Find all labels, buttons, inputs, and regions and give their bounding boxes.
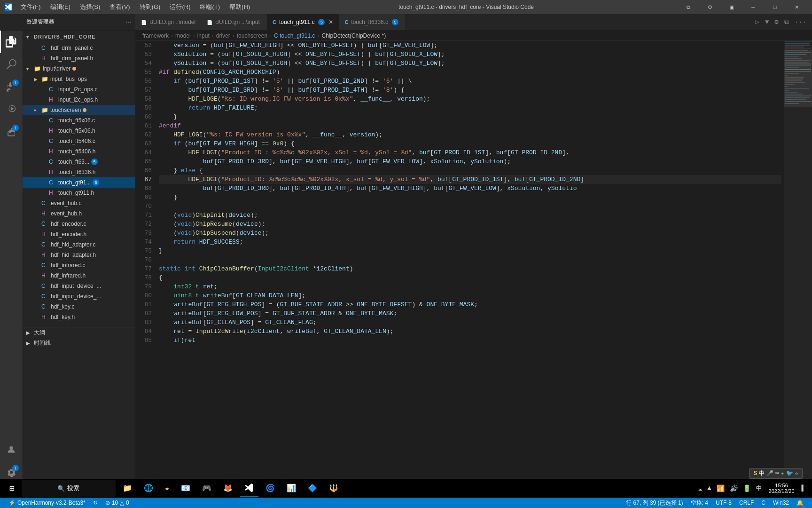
activity-explorer[interactable]: [0, 31, 23, 53]
tree-hdf-hid-adapter-c[interactable]: C hdf_hid_adapter.c: [23, 239, 135, 250]
more-btn[interactable]: ···: [793, 17, 808, 27]
tree-hdf-encoder-h[interactable]: H hdf_encoder.h: [23, 229, 135, 239]
taskbar-explorer[interactable]: 📁: [118, 480, 137, 497]
tab-touch-gt911[interactable]: C touch_gt911.c 5 ✕: [267, 14, 339, 30]
code-editor[interactable]: 52 53 54 55 56 57 58 59 60 61 62 63 64 6…: [135, 41, 812, 484]
tree-hdf-key-c[interactable]: C hdf_key.c: [23, 302, 135, 312]
taskbar-app2[interactable]: 📧: [176, 480, 195, 497]
tree-input-bus-ops[interactable]: ▶ 📁 input_bus_ops: [23, 74, 135, 84]
start-btn[interactable]: ⊞: [5, 480, 19, 497]
ime-mic[interactable]: 🎤: [766, 470, 773, 477]
taskbar-app6[interactable]: 🔷: [303, 480, 322, 497]
menu-select[interactable]: 选择(S): [75, 1, 105, 13]
statusbar-sync[interactable]: ↻: [89, 498, 102, 508]
statusbar-notifications[interactable]: 🔔: [793, 498, 807, 508]
explorer-menu-btn[interactable]: ···: [126, 19, 132, 25]
ime-keyboard[interactable]: ⌨: [775, 470, 779, 477]
settings-btn[interactable]: ⚙: [699, 0, 721, 14]
search-btn[interactable]: 🔍 搜索: [22, 480, 116, 497]
tray-show-desktop[interactable]: ▌: [800, 484, 807, 492]
taskbar-browser1[interactable]: 🌐: [139, 480, 158, 497]
statusbar-platform[interactable]: Win32: [769, 498, 793, 508]
taskbar-app1[interactable]: ★: [160, 480, 174, 497]
statusbar-indent[interactable]: 空格: 4: [687, 498, 712, 508]
menu-view[interactable]: 查看(V): [105, 1, 134, 13]
menu-help[interactable]: 帮助(H): [225, 1, 255, 13]
tray-weather[interactable]: ☁: [696, 484, 704, 492]
tree-hdf-infrared-h[interactable]: H hdf_infrared.h: [23, 270, 135, 281]
statusbar-encoding[interactable]: UTF-8: [712, 498, 735, 508]
minimize-btn[interactable]: ─: [742, 0, 764, 14]
crumb-file[interactable]: C touch_gt911.c: [274, 32, 315, 39]
tree-hdf-input-device-2[interactable]: C hdf_input_device_...: [23, 291, 135, 302]
tree-root[interactable]: ▾ DRIVERS_HDF_CORE: [23, 31, 135, 43]
activity-extensions[interactable]: 1: [0, 121, 23, 143]
tree-touch-gt911-h[interactable]: H touch_gt911.h: [23, 188, 135, 198]
tray-up[interactable]: ▲: [705, 484, 713, 492]
ime-star[interactable]: ✦: [781, 470, 784, 477]
tray-ime[interactable]: 中: [754, 484, 764, 492]
split-view-btn[interactable]: ⧉: [782, 17, 791, 27]
crumb-framework[interactable]: framework: [142, 32, 169, 39]
activity-account[interactable]: [0, 438, 23, 461]
tree-input-i2c-ops-h[interactable]: H input_i2c_ops.h: [23, 95, 135, 105]
statusbar-eol[interactable]: CRLF: [735, 498, 757, 508]
crumb-driver[interactable]: driver: [216, 32, 230, 39]
tree-hdf-drm-panel-h[interactable]: H hdf_drm_panel.h: [23, 53, 135, 64]
activity-search[interactable]: [0, 53, 23, 76]
taskbar-app4[interactable]: 🦊: [219, 480, 237, 497]
statusbar-language[interactable]: C: [757, 498, 769, 508]
tree-touchscreen-folder[interactable]: ▾ 📁 touchscreen: [23, 105, 135, 115]
ime-star2[interactable]: ☆: [795, 470, 798, 477]
taskbar-app3[interactable]: 🎮: [197, 480, 216, 497]
taskbar-app7[interactable]: 🔱: [324, 480, 343, 497]
taskbar-chrome[interactable]: 🌀: [261, 480, 280, 497]
taskbar-app5[interactable]: 📊: [282, 480, 301, 497]
code-text[interactable]: version = (buf[GT_FW_VER_HIGH] << ONE_BY…: [156, 41, 784, 484]
close-btn[interactable]: ✕: [786, 0, 807, 14]
statusbar-position[interactable]: 行 67, 列 39 (已选择 1): [622, 498, 687, 508]
maximize-btn[interactable]: □: [764, 0, 786, 14]
tree-input-driver-folder[interactable]: ▾ 📁 input\driver: [23, 64, 135, 74]
run-btn[interactable]: ▷: [754, 17, 761, 27]
tree-touch-ft5406-h[interactable]: H touch_ft5406.h: [23, 146, 135, 157]
tree-input-i2c-ops-c[interactable]: C input_i2c_ops.c: [23, 84, 135, 95]
system-clock[interactable]: 15:56 2022/12/20: [765, 483, 798, 494]
ime-indicator[interactable]: S 中 🎤 ⌨ ✦ 🐦 ☆: [749, 468, 803, 479]
tree-timeline[interactable]: ▶ 时间线: [23, 338, 135, 348]
tree-touch-ft6336-h[interactable]: H touch_ft6336.h: [23, 167, 135, 177]
taskbar-vscode[interactable]: [240, 480, 258, 497]
tray-sound[interactable]: 🔊: [728, 484, 740, 492]
tree-hdf-key-h[interactable]: H hdf_key.h: [23, 312, 135, 322]
panel-layout-btn[interactable]: ▣: [721, 0, 742, 14]
activity-source-control[interactable]: 1: [0, 76, 23, 98]
tree-hdf-infrared-c[interactable]: C hdf_infrared.c: [23, 260, 135, 270]
tree-event-hub-c[interactable]: C event_hub.c: [23, 198, 135, 208]
tree-touch-gt911-c[interactable]: C touch_gt91... 5: [23, 177, 135, 188]
menu-goto[interactable]: 转到(G): [135, 1, 165, 13]
menu-edit[interactable]: 编辑(E): [46, 1, 75, 13]
crumb-input[interactable]: input: [197, 32, 210, 39]
menu-run[interactable]: 运行(R): [165, 1, 195, 13]
tree-event-hub-h[interactable]: H event_hub.h: [23, 208, 135, 219]
statusbar-errors[interactable]: ⊘ 10 △ 0: [102, 498, 133, 508]
activity-run-debug[interactable]: [0, 98, 23, 121]
tree-hdf-drm-panel-c[interactable]: C hdf_drm_panel.c: [23, 43, 135, 53]
tree-hdf-encoder-c[interactable]: C hdf_encoder.c: [23, 219, 135, 229]
tray-battery[interactable]: 🔋: [741, 484, 753, 492]
ime-bird[interactable]: 🐦: [786, 470, 793, 477]
crumb-model[interactable]: model: [175, 32, 191, 39]
tree-touch-ft5x06-h[interactable]: H touch_ft5x06.h: [23, 126, 135, 136]
tree-outline[interactable]: ▶ 大纲: [23, 327, 135, 338]
settings2-btn[interactable]: ⚙: [773, 17, 780, 27]
run-debug-btn[interactable]: ▼: [763, 17, 771, 27]
tab-build-gn-model[interactable]: 📄 BUILD.gn ..\model: [135, 14, 201, 30]
tab-build-gn-input[interactable]: 📄 BUILD.gn ...\input: [201, 14, 267, 30]
tab-close-btn[interactable]: ✕: [328, 19, 333, 25]
crumb-touchscreen[interactable]: touchscreen: [237, 32, 267, 39]
tree-hdf-input-device-1[interactable]: C hdf_input_device_...: [23, 281, 135, 291]
crumb-function[interactable]: ChipDetect(ChipDevice *): [322, 32, 386, 39]
menu-terminal[interactable]: 终端(T): [195, 1, 225, 13]
statusbar-branch[interactable]: ⚡ OpenHarmony-v3.2-Beta3*: [5, 498, 89, 508]
menu-file[interactable]: 文件(F): [16, 1, 46, 13]
